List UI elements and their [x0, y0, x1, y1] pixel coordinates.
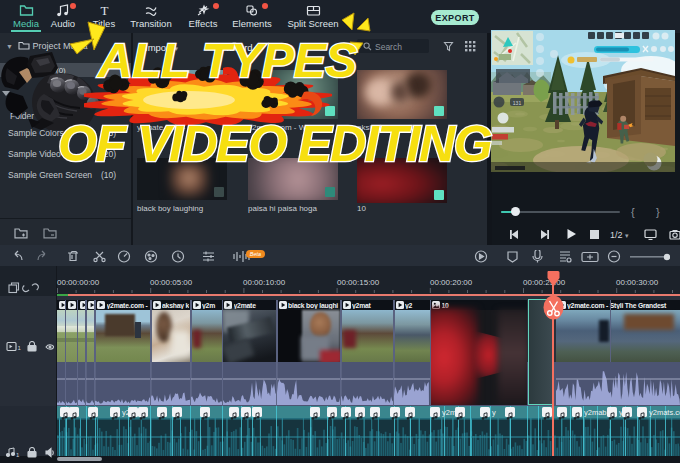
- svg-text:1: 1: [18, 345, 22, 351]
- svg-text:Beta: Beta: [250, 251, 261, 257]
- svg-text:1: 1: [16, 452, 20, 458]
- svg-text:131: 131: [513, 100, 522, 106]
